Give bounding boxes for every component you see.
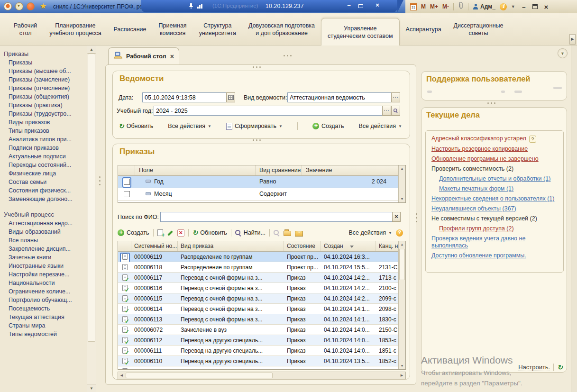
rdp-restore-button[interactable]	[358, 4, 363, 8]
order-row[interactable]	[118, 366, 405, 370]
sidebar-item[interactable]: Портфолио обучающ...	[0, 296, 87, 304]
window-right-scrollbar[interactable]	[571, 46, 577, 392]
scroll-up-icon[interactable]	[87, 46, 96, 54]
orders-table-scrollbar[interactable]	[398, 241, 405, 369]
filter-col-comparison[interactable]: Вид сравнения	[256, 165, 302, 175]
academic-year-search-button[interactable]	[391, 106, 400, 116]
sidebar-item[interactable]: Переходы состояний...	[0, 161, 87, 169]
rdp-minimize-button[interactable]	[344, 1, 354, 9]
create-order-button[interactable]: Создать	[118, 229, 149, 236]
window-minimize-button[interactable]	[520, 3, 528, 10]
sheet-kind-input[interactable]	[287, 92, 392, 102]
ribbon-tab-4[interactable]: Приемнаякомиссия	[153, 20, 193, 39]
splitter-handle[interactable]	[253, 139, 261, 141]
todo-item[interactable]: Адресный классификатор устарел	[431, 135, 526, 142]
orders-col-state[interactable]: Состояние	[284, 241, 321, 251]
copy-icon[interactable]	[157, 229, 163, 236]
order-row[interactable]: 000006119Распределение по группамПроект …	[118, 252, 405, 262]
ribbon-tab-7[interactable]: Управлениестуденческим составом	[321, 18, 400, 46]
refresh-button[interactable]: Обновить	[119, 123, 153, 129]
tabs-scroll-right-button[interactable]	[569, 34, 576, 45]
scrollbar-thumb[interactable]	[88, 54, 95, 342]
sidebar-item[interactable]: Иностранные языки	[0, 262, 87, 270]
find-button[interactable]: Найти...	[235, 229, 266, 236]
tab-desktop[interactable]: Рабочий стол	[108, 47, 179, 65]
date-picker-button[interactable]	[226, 92, 235, 102]
configure-link[interactable]: Настроить.	[518, 364, 550, 371]
orders-horizontal-scrollbar[interactable]	[118, 372, 406, 379]
scroll-up-icon[interactable]	[399, 165, 405, 172]
todo-item[interactable]: Проверка ведения учета давно не выполнял…	[431, 235, 525, 249]
checkbox[interactable]	[124, 191, 130, 197]
sidebar-item[interactable]: Зачетные книги	[0, 253, 87, 262]
orders-col-created[interactable]: Создан	[321, 241, 376, 251]
sidebar-splitter-handle[interactable]	[99, 176, 101, 185]
mail-icon[interactable]	[295, 231, 303, 237]
ribbon-tab-9[interactable]: Диссертационныесоветы	[448, 20, 510, 39]
sidebar-item[interactable]: Виды образований	[0, 228, 87, 236]
scroll-down-icon[interactable]	[399, 196, 405, 202]
order-row[interactable]: 000006110Перевод на другую специаль...Пр…	[118, 356, 405, 366]
favorites-star-icon[interactable]	[40, 1, 46, 10]
collapse-panel-button[interactable]	[558, 48, 568, 58]
sidebar-item[interactable]: Приказы (высшее об...	[0, 67, 87, 75]
generate-button[interactable]: Сформировать	[226, 123, 283, 130]
sidebar-item[interactable]: Состав семьи	[0, 178, 87, 186]
ribbon-tab-8[interactable]: Аспирантура	[400, 24, 448, 35]
sidebar-item[interactable]: Аналитика типов при...	[0, 135, 87, 144]
ribbon-tab-1[interactable]: Рабочийстол	[8, 20, 43, 39]
sidebar-item[interactable]: Состояния физическ...	[0, 186, 87, 195]
pin-icon[interactable]	[189, 3, 193, 11]
academic-year-select-button[interactable]	[382, 106, 391, 116]
scroll-down-icon[interactable]	[399, 363, 405, 369]
sidebar-item[interactable]: Приказы (практика)	[0, 101, 87, 109]
academic-year-input[interactable]	[154, 106, 383, 116]
delete-icon[interactable]	[177, 229, 184, 237]
edit-pencil-icon[interactable]	[167, 229, 174, 236]
window-close-button[interactable]	[542, 3, 550, 11]
clear-search-button[interactable]	[392, 212, 401, 222]
help-icon[interactable]	[529, 136, 536, 143]
sidebar-item[interactable]: Виды приказов	[0, 118, 87, 127]
sheet-kind-select-button[interactable]	[391, 92, 400, 102]
order-row[interactable]: 000006117Перевод с очной формы на з...Пр…	[118, 273, 405, 283]
sidebar-item[interactable]: Текущая аттестация	[0, 313, 87, 321]
sidebar-item[interactable]: Заменяющие должно...	[0, 195, 87, 203]
sidebar-item[interactable]: Приказы	[0, 58, 87, 67]
orders-col-sysnum[interactable]: Системный но...	[131, 241, 178, 251]
sidebar-item[interactable]: Подписи приказов	[0, 144, 87, 152]
orders-all-actions-button[interactable]: Все действия	[348, 229, 392, 236]
info-icon[interactable]	[500, 3, 507, 10]
scroll-up-icon[interactable]	[399, 241, 405, 248]
calendar-icon[interactable]	[410, 3, 417, 10]
order-row[interactable]: 000006118Распределение по группамПроект …	[118, 262, 405, 273]
main-splitter-handle[interactable]	[416, 213, 417, 222]
chevron-down-icon[interactable]	[511, 4, 515, 9]
todo-item[interactable]: Некорректные сведения о пользователях (1…	[431, 195, 554, 202]
ribbon-tab-2[interactable]: Планированиеучебного процесса	[43, 20, 107, 39]
all-actions-button-2[interactable]: Все действия	[358, 123, 402, 129]
todo-item[interactable]: Доступно обновление программы.	[431, 252, 526, 259]
splitter-handle[interactable]	[487, 102, 495, 104]
filter-row[interactable]: МесяцСодержит	[118, 188, 405, 201]
filter-col-value[interactable]: Значение	[302, 165, 391, 175]
sidebar-item[interactable]: Национальности	[0, 279, 87, 287]
sidebar-item[interactable]: Приказы (отчисление)	[0, 84, 87, 92]
refresh-orders-button[interactable]: Обновить	[192, 229, 227, 236]
paperclip-icon[interactable]	[458, 2, 464, 11]
refresh-icon[interactable]	[557, 365, 563, 370]
order-row[interactable]: 000006116Перевод с очной формы на з...Пр…	[118, 283, 405, 293]
links-button[interactable]	[27, 2, 35, 10]
todo-item[interactable]: Макеты печатных форм (1)	[439, 185, 513, 192]
date-input[interactable]	[142, 92, 227, 102]
sidebar-item[interactable]: Аттестационная ведо...	[0, 219, 87, 228]
memory-m-minus-button[interactable]: M-	[442, 3, 449, 10]
sidebar-item[interactable]: Актуальные подписи	[0, 152, 87, 161]
search-by-name-input[interactable]	[160, 212, 393, 222]
todo-item[interactable]: Дополнительные отчеты и обработки (1)	[439, 175, 550, 182]
history-dropdown-button[interactable]	[15, 2, 23, 10]
window-restore-button[interactable]	[532, 4, 538, 9]
ribbon-tab-6[interactable]: Довузовская подготовкаи доп образование	[242, 20, 321, 39]
scroll-left-icon[interactable]	[118, 372, 125, 379]
scrollbar-thumb[interactable]	[126, 373, 273, 378]
